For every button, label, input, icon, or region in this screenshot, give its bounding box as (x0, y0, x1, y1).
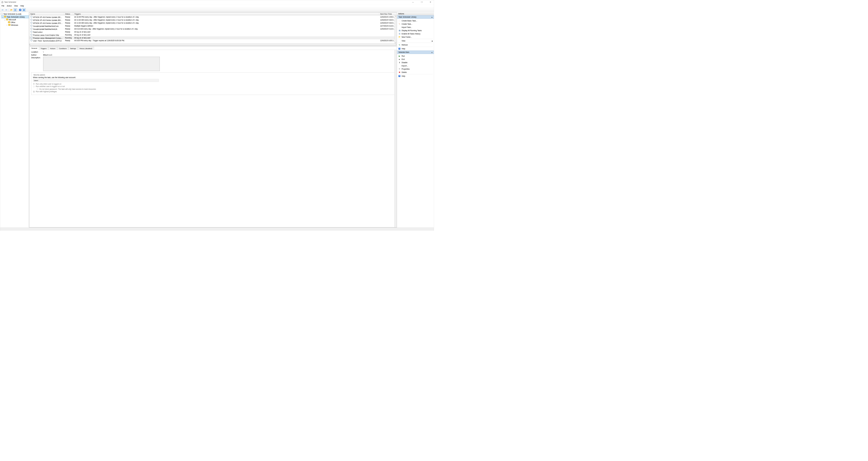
back-button[interactable] (1, 8, 4, 11)
status-bar (0, 228, 434, 230)
task-row[interactable]: EPSON XP-410 Series Update {FDA...ReadyA… (29, 22, 397, 24)
task-trigger: At 11:02 AM every day - After triggered,… (73, 22, 379, 24)
task-icon (30, 25, 33, 27)
action-icon (399, 71, 401, 73)
expand-icon[interactable]: ⌄ (4, 19, 6, 21)
show-actions-button[interactable] (23, 8, 26, 11)
task-row[interactable]: Process Lasso Core Engine OnlyRunningAt … (29, 33, 397, 36)
properties-button[interactable] (13, 8, 17, 11)
nav-tree[interactable]: Task Scheduler (Local) ⌄ Task Scheduler … (0, 12, 29, 228)
horizontal-scrollbar[interactable]: ‹› (29, 43, 397, 45)
tree-library[interactable]: ⌄ Task Scheduler Library (1, 16, 29, 19)
minimize-button[interactable]: — (411, 1, 415, 3)
task-status: Running (64, 34, 73, 36)
task-icon (30, 37, 33, 39)
task-row[interactable]: User_Feed_Synchronization-{97F13ReadyAt … (29, 39, 397, 42)
vertical-scrollbar[interactable]: ^⌄ (395, 16, 397, 43)
tab-general[interactable]: General (30, 47, 39, 50)
action-item[interactable]: End (397, 58, 434, 61)
action-item[interactable]: Display All Running Tasks (397, 29, 434, 32)
action-icon (399, 23, 401, 25)
col-next-run[interactable]: Next Run Time (379, 12, 397, 16)
security-account-label: When running the task, use the following… (33, 76, 393, 79)
collapse-icon[interactable]: ▲ (431, 16, 433, 18)
menu-view[interactable]: View (14, 5, 18, 7)
col-triggers[interactable]: Triggers (73, 12, 379, 16)
task-list[interactable]: Name Status Triggers Next Run Time EPSON… (29, 12, 397, 46)
menu-file[interactable]: File (2, 5, 4, 7)
action-item[interactable]: Delete (397, 70, 434, 74)
action-item[interactable]: Enable All Tasks History (397, 32, 434, 35)
col-name[interactable]: Name (29, 12, 64, 16)
action-icon (399, 36, 401, 38)
run-whether-radio[interactable]: Run whether user is logged on or not (33, 85, 393, 88)
action-label: Properties (402, 68, 410, 70)
actions-section-selected[interactable]: Selected Item ▲ (397, 51, 434, 54)
main-window: Task Scheduler — ☐ ✕ File Action View He… (0, 0, 434, 230)
app-icon (1, 1, 3, 3)
task-row[interactable]: Process Lasso Management Conso...Running… (29, 36, 397, 39)
task-icon (30, 16, 33, 18)
actions-section-library[interactable]: Task Scheduler Library ▲ (397, 16, 434, 19)
action-item[interactable]: Export... (397, 64, 434, 67)
scheduler-icon (1, 13, 3, 15)
tree-office[interactable]: Office (8, 21, 29, 24)
run-only-logged-radio[interactable]: Run only when user is logged on (33, 83, 393, 85)
action-item[interactable]: New Folder... (397, 35, 434, 38)
col-status[interactable]: Status (64, 12, 73, 16)
task-status: Ready (64, 19, 73, 21)
action-label: Import Task... (402, 26, 412, 28)
menu-action[interactable]: Action (7, 5, 12, 7)
task-row[interactable]: EPSON XP-410 Series Update {B334...Ready… (29, 19, 397, 22)
tab-conditions[interactable]: Conditions (57, 47, 68, 50)
task-row[interactable]: EPSON XP-410 Series Update {6923...Ready… (29, 16, 397, 19)
action-item[interactable]: Disable (397, 61, 434, 64)
task-name: EPSON XP-410 Series Update {FDA... (33, 22, 63, 24)
task-icon (30, 22, 33, 24)
help-button[interactable] (19, 8, 22, 11)
up-button[interactable] (10, 8, 13, 11)
action-icon (399, 26, 401, 28)
expand-icon[interactable]: ⌄ (2, 16, 3, 18)
action-item[interactable]: Refresh (397, 43, 434, 47)
tree-root[interactable]: Task Scheduler (Local) (0, 13, 29, 16)
action-item[interactable]: Run (397, 54, 434, 58)
task-row[interactable]: GoogleUpdateTaskMachineCoreReadyMultiple… (29, 24, 397, 27)
task-name: Process Lasso Management Conso... (33, 37, 62, 39)
tab-actions[interactable]: Actions (48, 47, 57, 50)
task-next-run: 12/6/2015 5:02:00 P (379, 22, 397, 24)
tree-microsoft[interactable]: ⌄ Microsoft (3, 19, 29, 21)
task-row[interactable]: GoogleUpdateTaskMachineUAReadyAt 8:10 AM… (29, 27, 397, 30)
titlebar: Task Scheduler — ☐ ✕ (0, 0, 434, 4)
action-label: Enable All Tasks History (402, 33, 421, 35)
separator (399, 47, 433, 47)
collapse-icon[interactable]: ▲ (431, 52, 433, 53)
close-button[interactable]: ✕ (428, 1, 433, 3)
action-item[interactable]: Properties (397, 67, 434, 70)
tab-settings[interactable]: Settings (68, 47, 78, 50)
tabbar: General Triggers Actions Conditions Sett… (29, 47, 397, 50)
tab-history[interactable]: History (disabled) (78, 47, 94, 50)
description-box[interactable] (43, 57, 160, 71)
expand-icon[interactable]: › (6, 24, 8, 26)
tab-triggers[interactable]: Triggers (39, 47, 48, 50)
action-icon (399, 48, 401, 50)
action-item[interactable]: Create Basic Task... (397, 19, 434, 22)
tree-windows[interactable]: › Windows (6, 24, 29, 27)
action-item[interactable]: Help (397, 74, 434, 78)
task-name: User_Feed_Synchronization-{97F13 (33, 40, 62, 42)
actions-list-selected: RunEndDisableExport...PropertiesDeleteHe… (397, 54, 434, 78)
separator (399, 43, 433, 43)
highest-priv-check[interactable]: Run with highest privileges (33, 91, 393, 93)
action-item[interactable]: Help (397, 47, 434, 51)
task-row[interactable]: ParkControlReadyAt log on of any user (29, 30, 397, 33)
vertical-scrollbar[interactable] (395, 50, 397, 227)
action-item[interactable]: View▶ (397, 39, 434, 42)
maximize-button[interactable]: ☐ (420, 1, 424, 3)
task-trigger: At log on of any user (73, 34, 379, 36)
action-item[interactable]: Import Task... (397, 26, 434, 29)
no-store-password-check[interactable]: Do not store password. The task will onl… (37, 88, 393, 90)
forward-button[interactable] (5, 8, 8, 11)
action-item[interactable]: Create Task... (397, 22, 434, 26)
menu-help[interactable]: Help (20, 5, 24, 7)
